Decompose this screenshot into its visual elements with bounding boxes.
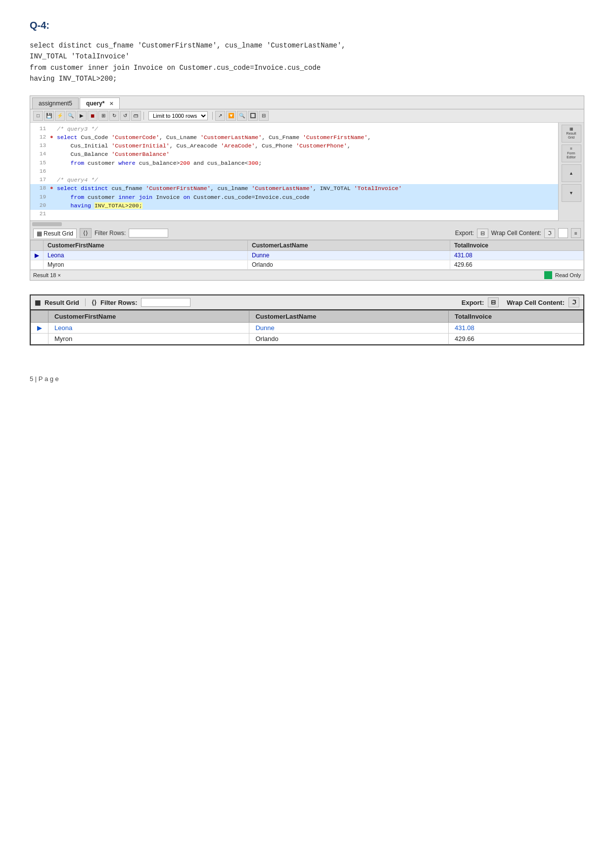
tab-bar: assignment5 query* ✕ [30,96,584,109]
close-tab-icon[interactable]: ✕ [109,101,113,106]
large-result-toolbar: ▦ Result Grid ⟨⟩ Filter Rows: Export: ⊟ … [31,295,583,310]
large-cell-fname-2: Myron [48,334,249,344]
large-cell-total-2: 429.66 [448,334,583,344]
table-row[interactable]: ▶ Leona Dunne 431.08 [31,251,584,260]
sql-line-16: 16 [30,167,558,176]
large-result-table: CustomerFirstName CustomerLastName Total… [31,310,583,344]
stop-btn[interactable]: ◼ [88,111,97,121]
up-btn[interactable]: ▲ [562,164,581,182]
cell-lname-1: Dunne [248,251,450,260]
sql-line-11: 11 /* query3 */ [30,125,558,133]
result-status-bar: Result 18 × Read Only [30,270,584,280]
sql-line-18: 18 ● select distinct cus_fname 'Customer… [30,184,558,193]
layout-icon[interactable]: 🔲 [248,111,258,121]
cell-lname-2: Orlando [248,260,450,270]
large-table-row-2[interactable]: Myron Orlando 429.66 [31,334,583,344]
settings-icon[interactable]: ⊟ [259,111,269,121]
cell-total-1: 431.08 [450,251,583,260]
sql-line-13: 13 Cus_Initial 'CustomerInitial', Cus_Ar… [30,142,558,150]
export-icon[interactable]: ↗ [215,111,225,121]
tab-assignment5[interactable]: assignment5 [32,97,79,109]
col-customerfirstname: CustomerFirstName [44,241,248,251]
large-grid-divider [85,298,86,306]
table-row[interactable]: Myron Orlando 429.66 [31,260,584,270]
export-label: Export: [455,230,474,237]
wrap-label: Wrap Cell Content: [491,230,541,237]
sql-line-19: 19 from customer inner join Invoice on C… [30,193,558,201]
sql-line-20: 20 having INV_TOTAL>200; [30,201,558,210]
db-btn[interactable]: 🗃 [131,111,141,121]
editor-toolbar: □ 💾 ⚡ 🔍 ▶ ◼ ⊞ ↻ ↺ 🗃 Limit to 1000 rows ↗… [30,109,584,123]
toggle-btn[interactable] [558,228,568,238]
wrap-btn[interactable]: ℑ [544,229,555,238]
list-view-btn[interactable]: ≡ [571,228,581,238]
magnify-icon[interactable]: 🔍 [237,111,247,121]
large-table-row-1[interactable]: ▶ Leona Dunne 431.08 [31,323,583,334]
scroll-thumb[interactable] [32,222,62,226]
large-cell-lname-2: Orlando [249,334,449,344]
sql-line-14: 14 Cus_Balance 'CustomerBalance' [30,150,558,158]
readonly-label: Read Only [555,272,581,278]
large-result-grid-icon: ▦ [35,299,41,306]
filter-input[interactable] [129,229,168,238]
large-wrap-btn[interactable]: ℑ [568,297,579,307]
search-btn[interactable]: 🔍 [66,111,76,121]
large-row-arrow-1: ▶ [31,323,48,334]
row-arrow-1: ▶ [31,251,44,260]
query-description: select distinct cus_fname 'CustomerFirst… [30,40,584,85]
large-filter-icon: ⟨⟩ [92,299,96,306]
cell-fname-1: Leona [44,251,248,260]
workbench-content: 11 /* query3 */ 12 ● select Cus_Code 'Cu… [30,123,584,221]
grid-btn[interactable]: ⊞ [98,111,108,121]
run-btn[interactable]: ▶ [77,111,87,121]
result-grid-sidebar-btn[interactable]: ▦ ResultGrid [562,125,581,143]
sql-editor[interactable]: 11 /* query3 */ 12 ● select Cus_Code 'Cu… [30,123,558,221]
sql-line-15: 15 from customer where cus_balance>200 a… [30,159,558,167]
sep2 [212,112,213,120]
large-export-btn[interactable]: ⊟ [488,297,499,307]
result-table-container: CustomerFirstName CustomerLastName Total… [30,240,584,270]
result-grid-tab[interactable]: ▦ Result Grid [33,229,77,238]
sql-line-12: 12 ● select Cus_Code 'CustomerCode', Cus… [30,133,558,142]
sql-line-17: 17 /* query4 */ [30,176,558,184]
result-form-tab[interactable]: ⟨⟩ [80,228,92,238]
page-title: Q-4: [30,20,584,31]
large-wrap-label: Wrap Cell Content: [507,299,565,306]
import-icon[interactable]: 🔽 [226,111,236,121]
save-btn[interactable]: 💾 [44,111,54,121]
large-cell-lname-1: Dunne [249,323,449,334]
cell-total-2: 429.66 [450,260,583,270]
refresh2-btn[interactable]: ↺ [120,111,130,121]
limit-select[interactable]: Limit to 1000 rows [148,111,208,120]
new-file-btn[interactable]: □ [33,111,43,121]
form-editor-sidebar-btn[interactable]: ≡ FormEditor [562,145,581,162]
refresh-btn[interactable]: ↻ [109,111,119,121]
large-col-totalinvoice: TotalInvoice [448,311,583,323]
large-col-customerfirstname: CustomerFirstName [48,311,249,323]
result-toolbar: ▦ Result Grid ⟨⟩ Filter Rows: Export: ⊟ … [30,227,584,240]
h-scrollbar[interactable] [30,221,584,227]
sep1 [143,112,144,120]
page-footer: 5 | P a g e [30,375,584,383]
large-col-arrow [31,311,48,323]
execute-btn[interactable]: ⚡ [55,111,65,121]
large-row-arrow-2 [31,334,48,344]
workbench-window: assignment5 query* ✕ □ 💾 ⚡ 🔍 ▶ ◼ ⊞ ↻ ↺ 🗃… [30,96,584,281]
export-btn[interactable]: ⊟ [477,229,488,238]
large-export-label: Export: [462,299,484,306]
col-totalinvoice: TotalInvoice [450,241,583,251]
down-btn[interactable]: ▼ [562,184,581,202]
large-cell-fname-1: Leona [48,323,249,334]
col-arrow [31,241,44,251]
row-arrow-2 [31,260,44,270]
col-customerlastname: CustomerLastName [248,241,450,251]
large-result-section: ▦ Result Grid ⟨⟩ Filter Rows: Export: ⊟ … [30,294,584,345]
result-status-text: Result 18 × [33,272,61,278]
tab-query[interactable]: query* ✕ [80,97,120,109]
large-col-customerlastname: CustomerLastName [249,311,449,323]
sql-line-21: 21 [30,210,558,218]
cell-fname-2: Myron [44,260,248,270]
large-filter-input[interactable] [141,298,190,307]
large-cell-total-1: 431.08 [448,323,583,334]
filter-label: Filter Rows: [94,230,126,237]
